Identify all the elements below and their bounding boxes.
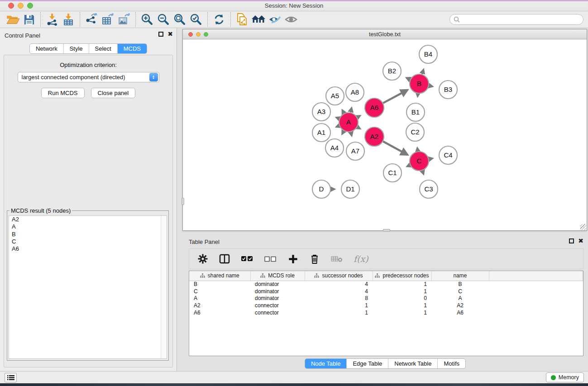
table-cell[interactable]: 1 [373, 281, 431, 288]
mcds-result-item[interactable]: A [9, 223, 167, 230]
zoom-selected-icon[interactable] [188, 12, 204, 27]
graph-edge-B-B4[interactable] [422, 69, 423, 74]
graph-edge-A-A1[interactable] [336, 126, 339, 127]
tab-network-table[interactable]: Network Table [388, 359, 437, 368]
criterion-dropdown[interactable]: largest connected component (directed) ▲… [18, 72, 159, 82]
export-table-icon[interactable] [100, 12, 116, 27]
graph-edge-A-A8[interactable] [351, 108, 352, 112]
table-row[interactable]: Cdominator41C [189, 288, 583, 295]
graph-edge-C-C4[interactable] [429, 158, 433, 159]
import-network-icon[interactable] [44, 12, 60, 27]
table-cell[interactable]: 4 [305, 288, 373, 295]
network-canvas[interactable]: AA1A2A3A4A5A6A7A8BB1B2B3B4CC1C2C3C4DD1 [183, 40, 587, 230]
graph-edge-A-A6[interactable] [357, 116, 360, 118]
column-header-successor-nodes[interactable]: successor nodes [305, 271, 373, 281]
search-input[interactable] [462, 16, 579, 23]
task-history-button[interactable] [5, 373, 17, 382]
table-cell[interactable]: 1 [305, 302, 373, 309]
table-cell[interactable]: B [431, 281, 489, 288]
table-cell[interactable]: A2 [431, 302, 489, 309]
mcds-result-item[interactable]: A6 [9, 245, 167, 253]
run-mcds-button[interactable]: Run MCDS [41, 88, 85, 98]
function-builder-icon[interactable]: f(x) [354, 254, 368, 264]
table-cell[interactable]: A6 [189, 309, 250, 316]
table-cell[interactable]: connector [250, 302, 305, 309]
table-cell[interactable]: A2 [189, 302, 250, 309]
network-window-titlebar[interactable]: testGlobe.txt [183, 29, 587, 39]
mcds-result-item[interactable]: C [9, 238, 167, 245]
table-row[interactable]: Adominator80A [189, 295, 583, 302]
deselect-all-icon[interactable] [264, 256, 277, 262]
eye-icon[interactable] [283, 12, 299, 27]
table-row[interactable]: A2connector11A2 [189, 302, 583, 309]
node-table[interactable]: shared nameMCDS rolesuccessor nodesprede… [189, 271, 583, 356]
table-cell[interactable]: 0 [373, 295, 431, 302]
table-cell[interactable]: B [189, 281, 250, 288]
table-cell[interactable]: 1 [373, 309, 431, 316]
tab-network[interactable]: Network [30, 44, 63, 53]
result-list-scrollbar[interactable] [161, 216, 167, 358]
table-float-panel-icon[interactable] [569, 238, 574, 243]
table-cell[interactable]: A [431, 295, 489, 302]
table-row[interactable]: A6connector11A6 [189, 309, 583, 316]
network-graph[interactable]: AA1A2A3A4A5A6A7A8BB1B2B3B4CC1C2C3C4DD1 [183, 40, 587, 230]
table-close-panel-icon[interactable]: ✖ [578, 238, 583, 243]
graph-edge-A2-C[interactable] [383, 142, 407, 155]
table-settings-icon[interactable] [197, 253, 208, 264]
table-cell[interactable]: dominator [250, 281, 305, 288]
table-cell[interactable]: A6 [431, 309, 489, 316]
table-cell[interactable]: 1 [305, 309, 373, 316]
graph-edge-C-C2[interactable] [417, 148, 418, 152]
window-resize-grip[interactable] [580, 224, 586, 230]
table-cell[interactable]: 1 [373, 288, 431, 295]
mcds-result-list[interactable]: A2ABCA6 [9, 215, 167, 359]
column-header-name[interactable]: name [431, 271, 489, 281]
add-column-icon[interactable] [287, 254, 298, 264]
graph-edge-A-A7[interactable] [351, 132, 352, 136]
table-cell[interactable]: dominator [250, 288, 305, 295]
delete-column-icon[interactable] [309, 254, 320, 264]
tab-select[interactable]: Select [89, 44, 117, 53]
float-panel-icon[interactable] [158, 32, 163, 37]
close-panel-button[interactable]: Close panel [91, 88, 136, 98]
houses-icon[interactable] [250, 12, 267, 27]
delete-table-icon[interactable] [331, 256, 343, 262]
zoom-in-icon[interactable] [139, 12, 155, 27]
graph-edge-C-C1[interactable] [407, 165, 410, 167]
table-cell[interactable]: C [189, 288, 250, 295]
open-session-icon[interactable] [5, 12, 21, 27]
graph-edge-A-A3[interactable] [336, 118, 339, 119]
table-cell[interactable]: 8 [305, 295, 373, 302]
graph-edge-A6-B[interactable] [383, 90, 407, 103]
table-split-view-icon[interactable] [219, 254, 230, 264]
export-image-icon[interactable] [116, 12, 132, 27]
graph-edge-A-A5[interactable] [342, 110, 344, 113]
close-panel-icon[interactable]: ✖ [167, 32, 173, 37]
column-header-MCDS-role[interactable]: MCDS role [250, 271, 305, 281]
search-field[interactable] [449, 14, 583, 25]
mcds-result-item[interactable]: A2 [9, 216, 167, 223]
import-table-icon[interactable] [60, 12, 76, 27]
table-row[interactable]: Bdominator41B [189, 281, 583, 288]
refresh-icon[interactable] [211, 12, 227, 27]
graph-edge-B-B1[interactable] [417, 94, 418, 96]
documents-share-icon[interactable] [234, 12, 250, 27]
window-edge-handle-bottom[interactable] [383, 229, 390, 232]
window-edge-handle-left[interactable] [182, 198, 184, 205]
graph-edge-C-C3[interactable] [422, 171, 424, 174]
graph-edge-B-B3[interactable] [429, 86, 433, 86]
graph-edge-B-B2[interactable] [406, 78, 410, 80]
table-cell[interactable]: C [431, 288, 489, 295]
zoom-fit-icon[interactable] [172, 12, 188, 27]
memory-button[interactable]: Memory [546, 372, 584, 382]
tab-motifs[interactable]: Motifs [437, 359, 465, 368]
mcds-result-item[interactable]: B [9, 231, 167, 238]
column-header-shared-name[interactable]: shared name [189, 271, 250, 281]
tab-edge-table[interactable]: Edge Table [346, 359, 388, 368]
graph-edge-A-A2[interactable] [357, 127, 360, 129]
column-header-predecessor-nodes[interactable]: predecessor nodes [373, 271, 431, 281]
table-cell[interactable]: dominator [250, 295, 305, 302]
zoom-out-icon[interactable] [155, 12, 172, 27]
save-session-icon[interactable] [21, 12, 37, 27]
tab-mcds[interactable]: MCDS [117, 44, 147, 53]
